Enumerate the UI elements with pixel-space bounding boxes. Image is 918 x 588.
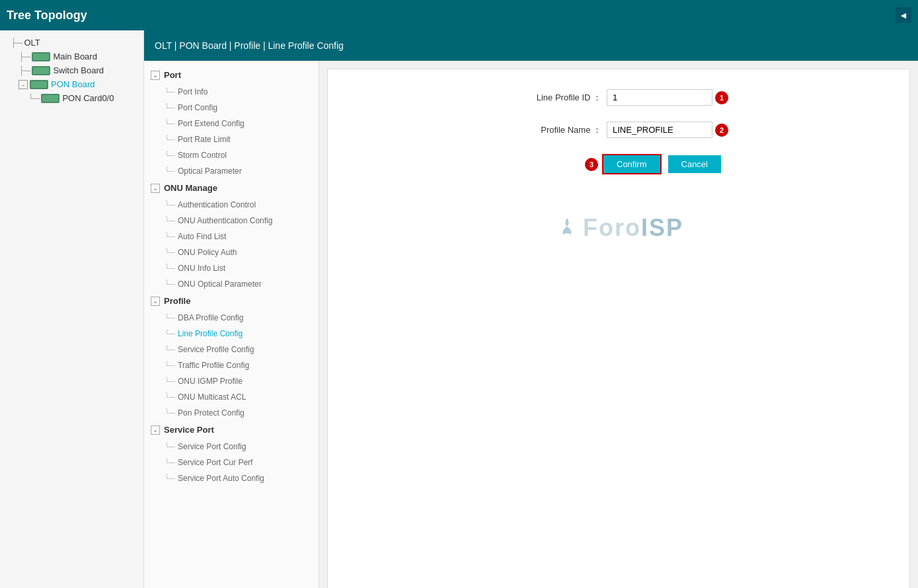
main-layout: ├─ OLT ├─ Main Board ├─ Switch Board - P…	[0, 30, 918, 588]
nav-item-optical-parameter[interactable]: └─Optical Parameter	[144, 163, 319, 179]
line-profile-id-label: Line Profile ID ：	[509, 92, 601, 104]
nav-item-service-port-cur-perf[interactable]: └─Service Port Cur Perf	[144, 455, 319, 470]
sidebar-label-main-board: Main Board	[53, 52, 96, 61]
sidebar-item-pon-board[interactable]: - PON Board	[0, 77, 143, 91]
nav-item-onu-info-list[interactable]: └─ONU Info List	[144, 260, 319, 276]
tree-line-2: ├─	[19, 52, 30, 61]
nav-item-onu-multicast-acl[interactable]: └─ONU Multicast ACL	[144, 389, 319, 405]
content-area: Line Profile ID ： 1 Profile Name ： 2 3 C…	[319, 61, 918, 588]
expand-box-service-port[interactable]: -	[151, 425, 160, 435]
confirm-button[interactable]: Confirm	[602, 154, 662, 174]
nav-item-port-extend-config[interactable]: └─Port Extend Config	[144, 116, 319, 131]
header: Tree Topology ◄	[0, 0, 918, 30]
sidebar-item-olt[interactable]: ├─ OLT	[0, 36, 143, 50]
nav-section-onu-label: ONU Manage	[164, 183, 217, 193]
expand-box-onu[interactable]: -	[151, 184, 160, 193]
collapse-button[interactable]: ◄	[896, 7, 911, 23]
expand-box-profile[interactable]: -	[151, 297, 160, 306]
nav-item-service-port-config[interactable]: └─Service Port Config	[144, 439, 319, 455]
nav-item-port-config[interactable]: └─Port Config	[144, 100, 319, 116]
form-row-buttons: 3 Confirm Cancel	[407, 154, 896, 174]
watermark: ForoISP	[341, 214, 896, 242]
nav-section-onu-manage[interactable]: - ONU Manage	[144, 179, 319, 197]
tree-line-4: └─	[28, 93, 40, 103]
nav-item-dba-profile-config[interactable]: └─DBA Profile Config	[144, 310, 319, 326]
nav-item-storm-control[interactable]: └─Storm Control	[144, 147, 319, 163]
nav-item-service-port-auto-config[interactable]: └─Service Port Auto Config	[144, 470, 319, 486]
tree-line-3: ├─	[19, 65, 30, 75]
badge-3: 3	[585, 158, 598, 171]
watermark-icon	[554, 215, 580, 241]
nav-section-service-port[interactable]: - Service Port	[144, 421, 319, 439]
profile-name-input[interactable]	[607, 122, 712, 138]
cancel-button[interactable]: Cancel	[668, 155, 721, 173]
nav-item-pon-protect-config[interactable]: └─Pon Protect Config	[144, 405, 319, 421]
nav-item-auth-control[interactable]: └─Authentication Control	[144, 197, 319, 213]
sidebar-label-pon-card: PON Card0/0	[62, 93, 114, 103]
breadcrumb: OLT | PON Board | Profile | Line Profile…	[144, 30, 918, 61]
sidebar-label-olt: OLT	[24, 38, 40, 48]
profile-name-label: Profile Name ：	[509, 124, 601, 136]
device-icon-switch	[32, 66, 50, 75]
nav-item-line-profile-config[interactable]: └─Line Profile Config	[144, 326, 319, 342]
breadcrumb-text: OLT | PON Board | Profile | Line Profile…	[155, 40, 344, 51]
nav-section-profile[interactable]: - Profile	[144, 292, 319, 310]
expand-icon-pon[interactable]: -	[19, 80, 28, 89]
sidebar-label-switch-board: Switch Board	[53, 65, 104, 75]
nav-section-service-port-label: Service Port	[164, 425, 214, 435]
nav-item-port-info[interactable]: └─Port Info	[144, 84, 319, 100]
sidebar-item-main-board[interactable]: ├─ Main Board	[0, 50, 143, 63]
nav-section-port-label: Port	[164, 70, 181, 80]
sidebar-item-switch-board[interactable]: ├─ Switch Board	[0, 63, 143, 77]
device-icon-pon-card	[41, 94, 59, 103]
nav-item-service-profile-config[interactable]: └─Service Profile Config	[144, 342, 319, 357]
main-content: OLT | PON Board | Profile | Line Profile…	[144, 30, 918, 588]
device-icon-pon	[30, 80, 48, 89]
badge-2: 2	[715, 124, 728, 137]
device-icon-main	[32, 52, 50, 61]
form-row-name: Profile Name ： 2	[341, 122, 896, 138]
nav-item-traffic-profile-config[interactable]: └─Traffic Profile Config	[144, 357, 319, 373]
content-wrapper: - Port └─Port Info └─Port Config └─Port …	[144, 61, 918, 588]
tree-line: ├─	[11, 38, 22, 48]
form-row-id: Line Profile ID ： 1	[341, 89, 896, 106]
expand-box-port[interactable]: -	[151, 71, 160, 80]
nav-item-onu-optical-param[interactable]: └─ONU Optical Parameter	[144, 276, 319, 292]
nav-item-onu-igmp-profile[interactable]: └─ONU IGMP Profile	[144, 373, 319, 389]
nav-item-auto-find-list[interactable]: └─Auto Find List	[144, 229, 319, 244]
nav-item-onu-policy-auth[interactable]: └─ONU Policy Auth	[144, 244, 319, 260]
badge-1: 1	[715, 91, 728, 104]
sidebar: ├─ OLT ├─ Main Board ├─ Switch Board - P…	[0, 30, 144, 588]
sidebar-item-pon-card[interactable]: └─ PON Card0/0	[0, 91, 143, 105]
watermark-text: ForoISP	[583, 214, 683, 242]
line-profile-id-input[interactable]	[607, 89, 712, 106]
nav-item-onu-auth-config[interactable]: └─ONU Authentication Config	[144, 213, 319, 229]
form-card: Line Profile ID ： 1 Profile Name ： 2 3 C…	[327, 69, 910, 588]
nav-panel: - Port └─Port Info └─Port Config └─Port …	[144, 61, 319, 588]
nav-item-port-rate-limit[interactable]: └─Port Rate Limit	[144, 131, 319, 147]
nav-section-port[interactable]: - Port	[144, 66, 319, 84]
sidebar-label-pon-board: PON Board	[51, 79, 95, 89]
nav-section-profile-label: Profile	[164, 296, 190, 306]
app-title: Tree Topology	[7, 9, 896, 22]
